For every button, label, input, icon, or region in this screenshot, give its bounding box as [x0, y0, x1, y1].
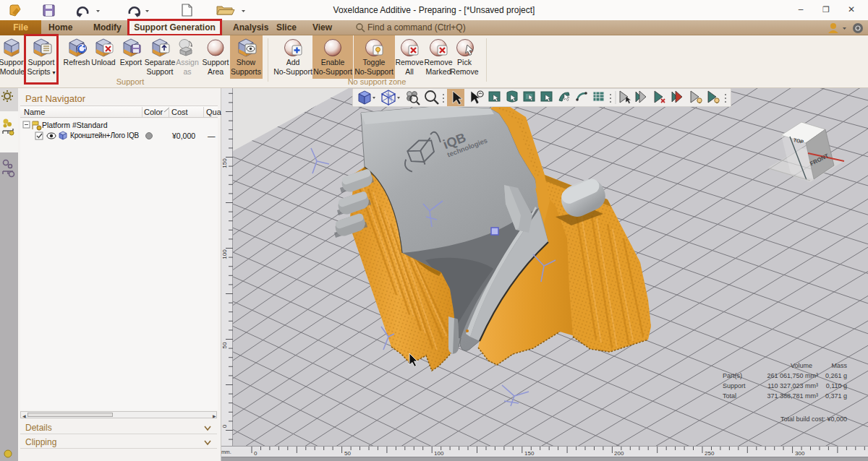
- svg-text:150: 150: [221, 158, 228, 168]
- svg-text:300: 300: [795, 450, 805, 457]
- svg-text:200: 200: [614, 450, 624, 457]
- svg-text:250: 250: [705, 450, 715, 457]
- svg-text:50: 50: [221, 342, 228, 348]
- svg-text:100: 100: [221, 249, 228, 259]
- svg-text:50: 50: [344, 450, 351, 457]
- svg-text:100: 100: [434, 450, 444, 457]
- svg-text:0: 0: [254, 450, 258, 457]
- svg-text:150: 150: [524, 450, 535, 457]
- svg-text:0: 0: [221, 424, 228, 428]
